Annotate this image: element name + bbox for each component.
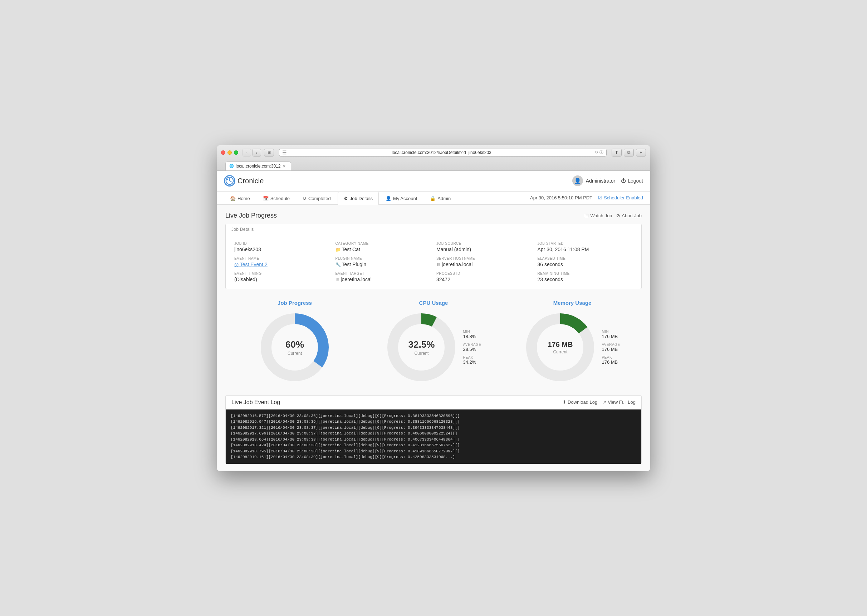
url-bar[interactable]: local.cronicle.com:3012/#JobDetails?id=j… <box>288 150 595 155</box>
avatar: 👤 <box>572 176 583 186</box>
monitor-icon: 🖥 <box>437 262 441 267</box>
log-line: [1462082919.161][2016/04/30 23:08:39][jo… <box>231 454 636 460</box>
cpu-legend-min: MIN 18.8% <box>463 330 481 339</box>
forward-button[interactable]: › <box>252 149 261 157</box>
tabs-right: Apr 30, 2016 5:50:10 PM PDT ☑ Scheduler … <box>530 195 643 200</box>
log-actions: ⬇ Download Log ↗ View Full Log <box>562 399 635 405</box>
charts-section: Job Progress 60% Current CPU U <box>225 296 642 387</box>
log-content: [1462082916.577][2016/04/30 23:08:36][jo… <box>226 410 641 464</box>
job-started-value: Apr 30, 2016 11:08 PM <box>538 247 633 252</box>
target-value: 🖥joeretina.local <box>336 277 431 282</box>
remaining-value: 23 seconds <box>538 277 633 282</box>
cpu-legend-avg: AVERAGE 28.5% <box>463 343 481 352</box>
cpu-usage-title: CPU Usage <box>419 300 448 306</box>
cpu-value: 32.5% <box>408 339 435 350</box>
event-name-link[interactable]: ◎ Test Event 2 <box>234 262 330 267</box>
share-button[interactable]: ⬆ <box>612 149 622 157</box>
job-field-hostname: SERVER HOSTNAME 🖥joeretina.local <box>434 255 535 269</box>
job-details-grid: JOB ID jino6eks203 CATEGORY NAME 📁Test C… <box>226 235 641 289</box>
memory-donut: 176 MB Current <box>524 311 596 383</box>
tab-job-details[interactable]: ⚙ Job Details <box>337 192 379 205</box>
browser-tab[interactable]: 🌐 local.cronicle.com:3012 × <box>225 162 291 170</box>
log-line: [1462082918.064][2016/04/30 23:08:38][jo… <box>231 437 636 443</box>
external-link-icon: ↗ <box>602 399 606 405</box>
view-full-log-button[interactable]: ↗ View Full Log <box>602 399 635 405</box>
job-field-source: JOB SOURCE Manual (admin) <box>434 239 535 255</box>
logout-button[interactable]: ⏻ Logout <box>621 178 643 184</box>
log-line: [1462082916.577][2016/04/30 23:08:36][jo… <box>231 413 636 419</box>
power-icon: ⏻ <box>621 178 626 184</box>
cpu-legend-peak: PEAK 34.2% <box>463 355 481 365</box>
category-value: 📁Test Cat <box>336 247 431 252</box>
tab-close-icon[interactable]: × <box>282 163 285 169</box>
user-info: 👤 Administrator <box>572 176 615 186</box>
minimize-button[interactable] <box>227 151 232 155</box>
server-icon: 🖥 <box>336 277 340 282</box>
sidebar-toggle-button[interactable]: ⊞ <box>264 149 274 157</box>
job-field-elapsed: ELAPSED TIME 36 seconds <box>535 255 636 269</box>
memory-value: 176 MB <box>548 340 573 348</box>
job-field-category: CATEGORY NAME 📁Test Cat <box>333 239 434 255</box>
log-line: [1462082917.321][2016/04/30 23:08:37][jo… <box>231 425 636 431</box>
user-icon: 👤 <box>386 196 391 201</box>
new-tab-button[interactable]: + <box>636 149 646 157</box>
mem-legend-avg: AVERAGE 176 MB <box>602 343 620 352</box>
mem-legend-peak: PEAK 176 MB <box>602 355 620 365</box>
section-header: Live Job Progress ☐ Watch Job ⊘ Abort Jo… <box>225 212 642 219</box>
job-field-event-name: EVENT NAME ◎ Test Event 2 <box>232 255 333 269</box>
watch-job-button[interactable]: ☐ Watch Job <box>585 213 612 218</box>
log-section: Live Job Event Log ⬇ Download Log ↗ View… <box>225 395 642 464</box>
tab-home[interactable]: 🏠 Home <box>224 192 256 205</box>
close-button[interactable] <box>221 151 225 155</box>
settings-icon: ⚙ <box>344 196 348 201</box>
cpu-donut: 32.5% Current <box>386 311 457 383</box>
memory-usage-chart: Memory Usage 176 MB Current <box>503 300 642 383</box>
tab-icon: 🌐 <box>229 164 233 168</box>
download-log-button[interactable]: ⬇ Download Log <box>562 399 597 405</box>
job-field-job-id: JOB ID jino6eks203 <box>232 239 333 255</box>
datetime: Apr 30, 2016 5:50:10 PM PDT <box>530 195 592 200</box>
header-right: 👤 Administrator ⏻ Logout <box>572 176 643 186</box>
tab-completed[interactable]: ↺ Completed <box>296 192 337 205</box>
tab-schedule[interactable]: 📅 Schedule <box>257 192 296 205</box>
duplicate-tab-button[interactable]: ⧉ <box>624 149 634 157</box>
info-icon[interactable]: ⓘ <box>599 150 604 155</box>
hostname-value: 🖥joeretina.local <box>437 262 532 267</box>
log-title: Live Job Event Log <box>232 399 280 405</box>
job-progress-label: Current <box>285 350 304 355</box>
job-progress-donut: 60% Current <box>259 311 331 383</box>
job-field-target: EVENT TARGET 🖥joeretina.local <box>333 269 434 284</box>
app-logo: Cronicle <box>224 175 263 187</box>
job-details-box: Job Details JOB ID jino6eks203 CATEGORY … <box>225 224 642 289</box>
cpu-usage-chart: CPU Usage 32.5% Current <box>364 300 503 383</box>
timing-value: (Disabled) <box>234 277 330 282</box>
main-content: Live Job Progress ☐ Watch Job ⊘ Abort Jo… <box>217 205 650 471</box>
job-id-value: jino6eks203 <box>234 247 330 252</box>
nav-tabs: 🏠 Home 📅 Schedule ↺ Completed ⚙ Job Deta… <box>217 192 650 205</box>
job-source-value: Manual (admin) <box>437 247 532 252</box>
log-line: [1462082918.795][2016/04/30 23:08:38][jo… <box>231 448 636 454</box>
log-line: [1462082916.947][2016/04/30 23:08:36][jo… <box>231 419 636 425</box>
cancel-icon: ⊘ <box>616 213 620 218</box>
page-title: Live Job Progress <box>225 212 277 219</box>
abort-job-button[interactable]: ⊘ Abort Job <box>616 213 642 218</box>
cpu-chart-with-legend: 32.5% Current MIN 18.8% AVERAGE 28 <box>386 311 481 383</box>
calendar-icon: 📅 <box>263 196 269 201</box>
memory-title: Memory Usage <box>553 300 591 306</box>
tab-admin[interactable]: 🔒 Admin <box>424 192 457 205</box>
section-actions: ☐ Watch Job ⊘ Abort Job <box>585 213 642 218</box>
memory-chart-with-legend: 176 MB Current MIN 176 MB AVERAGE <box>524 311 620 383</box>
tab-my-account[interactable]: 👤 My Account <box>380 192 423 205</box>
refresh-icon[interactable]: ↻ <box>595 150 598 155</box>
download-icon: ⬇ <box>562 399 566 405</box>
lock-icon: 🔒 <box>430 196 436 201</box>
back-button[interactable]: ‹ <box>243 149 251 157</box>
svg-point-1 <box>226 179 228 181</box>
job-field-plugin: PLUGIN NAME 🔧Test Plugin <box>333 255 434 269</box>
job-field-pid: PROCESS ID 32472 <box>434 269 535 284</box>
memory-legend: MIN 176 MB AVERAGE 176 MB PEAK 176 MB <box>602 330 620 365</box>
job-field-remaining: REMAINING TIME 23 seconds <box>535 269 636 284</box>
maximize-button[interactable] <box>234 151 238 155</box>
wrench-icon: 🔧 <box>336 262 341 267</box>
job-field-timing: EVENT TIMING (Disabled) <box>232 269 333 284</box>
